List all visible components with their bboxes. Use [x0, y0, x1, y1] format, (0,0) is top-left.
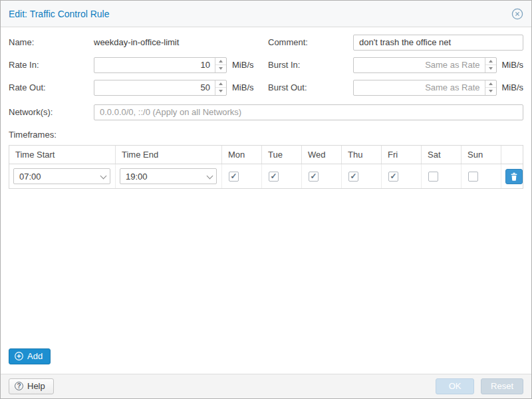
comment-input[interactable] [353, 35, 523, 51]
timeframes-header-row: Time Start Time End Mon Tue Wed Thu Fri … [9, 146, 523, 164]
checkbox-sat[interactable] [428, 172, 438, 182]
form-left-column: Name: weekday-in-office-limit Rate In: M… [9, 34, 268, 96]
rate-in-spinner [215, 58, 226, 72]
column-header-time-start[interactable]: Time Start [9, 146, 116, 164]
dialog-footer: ? Help OK Reset [1, 374, 531, 398]
time-end-input[interactable] [120, 168, 217, 184]
comment-row: Comment: [268, 34, 523, 51]
column-header-wed[interactable]: Wed [302, 146, 342, 164]
name-row: Name: weekday-in-office-limit [9, 34, 268, 51]
column-header-tue[interactable]: Tue [262, 146, 302, 164]
help-button-label: Help [27, 381, 45, 391]
form-right-column: Comment: Burst In: MiB/s [268, 34, 523, 96]
rate-in-spin-down-icon[interactable] [215, 65, 226, 72]
checkbox-mon[interactable] [229, 172, 239, 182]
burst-out-label: Burst Out: [268, 82, 353, 92]
burst-in-input[interactable] [353, 57, 497, 73]
column-header-time-end[interactable]: Time End [116, 146, 222, 164]
checkbox-thu[interactable] [348, 172, 358, 182]
checkbox-wed[interactable] [309, 172, 319, 182]
comment-label: Comment: [268, 37, 353, 47]
time-start-input[interactable] [13, 168, 110, 184]
networks-row: Network(s): [9, 104, 523, 120]
time-end-cell [116, 164, 222, 188]
burst-in-spin-up-icon[interactable] [485, 58, 496, 66]
row-actions-cell [501, 164, 527, 188]
burst-in-spinner [485, 58, 496, 72]
rate-out-field [94, 80, 227, 96]
name-value: weekday-in-office-limit [94, 37, 179, 47]
column-header-sun[interactable]: Sun [462, 146, 501, 164]
rate-out-spinner [215, 80, 226, 95]
column-header-thu[interactable]: Thu [342, 146, 382, 164]
plus-circle-icon [15, 352, 23, 360]
question-circle-icon: ? [15, 382, 23, 390]
burst-out-row: Burst Out: MiB/s [268, 79, 523, 96]
rate-out-row: Rate Out: MiB/s [9, 79, 268, 96]
time-start-field [13, 168, 110, 184]
burst-in-field [353, 57, 497, 73]
column-header-fri[interactable]: Fri [382, 146, 422, 164]
rate-in-label: Rate In: [9, 60, 94, 70]
day-cell-mon [222, 164, 262, 188]
help-button[interactable]: ? Help [9, 378, 54, 394]
timeframes-table: Time Start Time End Mon Tue Wed Thu Fri … [9, 145, 523, 189]
rate-out-spin-down-icon[interactable] [215, 88, 226, 95]
timeframes-label: Timeframes: [9, 130, 523, 140]
checkbox-tue[interactable] [269, 172, 279, 182]
rate-in-unit: MiB/s [232, 60, 254, 70]
dialog-content: Name: weekday-in-office-limit Rate In: M… [1, 27, 531, 374]
rate-in-row: Rate In: MiB/s [9, 57, 268, 73]
networks-input[interactable] [94, 104, 523, 120]
burst-in-label: Burst In: [268, 60, 353, 70]
form-grid: Name: weekday-in-office-limit Rate In: M… [9, 34, 523, 96]
timeframes-empty-area [9, 189, 523, 348]
checkbox-sun[interactable] [468, 172, 478, 182]
add-button-label: Add [27, 351, 43, 361]
burst-in-spin-down-icon[interactable] [485, 65, 496, 72]
networks-label: Network(s): [9, 107, 94, 117]
delete-row-button[interactable] [505, 169, 523, 184]
reset-button[interactable]: Reset [481, 378, 523, 394]
burst-in-unit: MiB/s [502, 60, 524, 70]
timeframe-row [9, 164, 523, 189]
column-header-mon[interactable]: Mon [222, 146, 262, 164]
day-cell-tue [262, 164, 302, 188]
burst-in-row: Burst In: MiB/s [268, 57, 523, 73]
rate-in-input[interactable] [94, 57, 227, 73]
rate-in-field [94, 57, 227, 73]
rate-out-spin-up-icon[interactable] [215, 80, 226, 88]
ok-button[interactable]: OK [436, 378, 474, 394]
burst-out-spin-up-icon[interactable] [485, 80, 496, 88]
rate-out-input[interactable] [94, 80, 227, 96]
rate-out-unit: MiB/s [232, 82, 254, 92]
close-icon[interactable] [511, 8, 523, 20]
edit-traffic-control-rule-dialog: Edit: Traffic Control Rule Name: weekday… [0, 0, 532, 399]
burst-out-spinner [485, 80, 496, 95]
day-cell-wed [302, 164, 342, 188]
time-end-field [120, 168, 217, 184]
add-button[interactable]: Add [9, 348, 51, 364]
burst-out-spin-down-icon[interactable] [485, 88, 496, 95]
column-header-actions [501, 146, 523, 164]
comment-field [353, 35, 523, 51]
networks-field [94, 104, 523, 120]
dialog-title: Edit: Traffic Control Rule [9, 9, 109, 19]
dialog-titlebar: Edit: Traffic Control Rule [1, 1, 531, 27]
time-start-cell [9, 164, 116, 188]
column-header-sat[interactable]: Sat [422, 146, 462, 164]
rate-in-spin-up-icon[interactable] [215, 58, 226, 66]
day-cell-fri [382, 164, 422, 188]
day-cell-thu [342, 164, 382, 188]
day-cell-sun [462, 164, 501, 188]
trash-icon [510, 172, 518, 181]
burst-out-input[interactable] [353, 80, 497, 96]
burst-out-unit: MiB/s [502, 82, 524, 92]
checkbox-fri[interactable] [388, 172, 398, 182]
rate-out-label: Rate Out: [9, 82, 94, 92]
day-cell-sat [422, 164, 462, 188]
name-label: Name: [9, 37, 94, 47]
burst-out-field [353, 80, 497, 96]
